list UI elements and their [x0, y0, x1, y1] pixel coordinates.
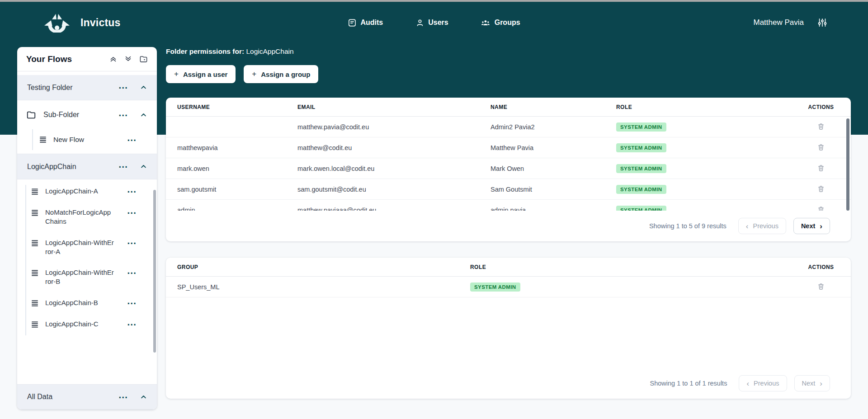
table-row: sam.goutsmit sam.goutsmit@codit.eu Sam G…	[166, 179, 851, 200]
chevron-up-icon[interactable]	[140, 84, 147, 91]
table-row: SP_Users_ML SYSTEM ADMIN	[166, 277, 851, 297]
results-summary: Showing 1 to 1 of 1 results	[650, 380, 727, 387]
sidebar-item-flow[interactable]: LogicAppChain-WithError-A ⋯	[17, 235, 157, 259]
sidebar-toolbar	[109, 55, 148, 63]
brand[interactable]: Invictus	[43, 13, 121, 33]
plus-icon: +	[174, 70, 179, 79]
col-actions: ACTIONS	[804, 104, 851, 110]
add-folder-icon[interactable]	[139, 55, 148, 63]
flow-label: LogicAppChain-B	[45, 298, 114, 307]
settings-sliders-icon[interactable]	[817, 18, 827, 28]
cell-role: SYSTEM ADMIN	[616, 185, 804, 194]
role-badge: SYSTEM ADMIN	[616, 206, 666, 211]
nav-label: Audits	[360, 19, 383, 27]
page-title-value: LogicAppChain	[246, 47, 293, 55]
more-options-icon[interactable]: ⋯	[118, 392, 128, 402]
cell-email: matthew@codit.eu	[297, 144, 491, 151]
delete-icon[interactable]	[817, 164, 825, 172]
more-options-icon[interactable]: ⋯	[127, 238, 137, 248]
more-options-icon[interactable]: ⋯	[118, 83, 128, 92]
app-screen: Invictus Audits User	[0, 0, 868, 419]
more-options-icon[interactable]: ⋯	[118, 110, 128, 120]
more-options-icon[interactable]: ⋯	[127, 187, 137, 196]
flow-icon	[31, 320, 39, 329]
more-options-icon[interactable]: ⋯	[127, 320, 137, 329]
chevron-up-icon[interactable]	[140, 163, 147, 170]
next-button[interactable]: Next ›	[794, 375, 830, 391]
your-flows-sidebar: Your Flows	[17, 47, 157, 410]
folder-label: LogicAppChain	[27, 163, 76, 171]
flow-icon	[31, 188, 39, 196]
nav-item-users[interactable]: Users	[415, 19, 448, 27]
sidebar-item-new-flow[interactable]: New Flow ⋯	[17, 128, 157, 151]
chevron-up-icon[interactable]	[140, 394, 147, 400]
groups-icon	[481, 19, 491, 27]
flow-label: LogicAppChain-WithError-A	[45, 238, 114, 257]
table-row: mark.owen mark.owen.local@codit.eu Mark …	[166, 158, 851, 179]
previous-label: Previous	[753, 222, 778, 230]
sidebar-item-all-data[interactable]: All Data ⋯	[17, 384, 157, 410]
current-user-name[interactable]: Matthew Pavia	[754, 18, 804, 27]
more-options-icon[interactable]: ⋯	[118, 162, 128, 171]
delete-icon[interactable]	[817, 206, 825, 211]
brand-name: Invictus	[80, 17, 121, 29]
cell-role: SYSTEM ADMIN	[616, 206, 804, 211]
assign-user-button[interactable]: + Assign a user	[166, 65, 236, 83]
sidebar-item-logicappchain[interactable]: LogicAppChain ⋯	[17, 154, 157, 179]
previous-button[interactable]: ‹ Previous	[738, 218, 786, 234]
assign-actions: + Assign a user + Assign a group	[166, 65, 851, 83]
chevron-left-icon: ‹	[746, 380, 749, 387]
chevron-up-icon[interactable]	[140, 112, 147, 118]
sidebar-scrollbar[interactable]	[153, 190, 156, 353]
delete-icon[interactable]	[817, 122, 825, 130]
cell-actions	[804, 282, 851, 292]
cell-email: matthew.paviaaa@codit.eu	[297, 207, 491, 211]
sidebar-item-sub-folder[interactable]: Sub-Folder ⋯	[17, 103, 157, 127]
cell-role: SYSTEM ADMIN	[616, 164, 804, 173]
empty-space	[166, 297, 851, 368]
expand-all-icon[interactable]	[124, 55, 132, 63]
assign-group-button[interactable]: + Assign a group	[244, 65, 318, 83]
nav-item-audits[interactable]: Audits	[348, 19, 383, 27]
delete-icon[interactable]	[817, 282, 825, 290]
more-options-icon[interactable]: ⋯	[127, 298, 137, 308]
col-actions: ACTIONS	[804, 264, 851, 270]
previous-button[interactable]: ‹ Previous	[739, 375, 787, 391]
more-options-icon[interactable]: ⋯	[127, 135, 137, 145]
collapse-all-icon[interactable]	[109, 55, 117, 63]
sidebar-item-flow[interactable]: LogicAppChain-C ⋯	[17, 317, 157, 332]
cell-username: mark.owen	[166, 165, 297, 172]
col-name: NAME	[491, 104, 616, 110]
delete-icon[interactable]	[817, 143, 825, 151]
delete-icon[interactable]	[817, 185, 825, 193]
nav-item-groups[interactable]: Groups	[481, 19, 520, 27]
sidebar-item-flow[interactable]: LogicAppChain-WithError-B ⋯	[17, 265, 157, 289]
sidebar-item-flow[interactable]: NoMatchForLogicAppChains ⋯	[17, 205, 157, 229]
sidebar-header: Your Flows	[17, 47, 157, 71]
role-badge: SYSTEM ADMIN	[616, 143, 666, 152]
header-right: Matthew Pavia	[754, 18, 828, 28]
table-row: matthewpavia matthew@codit.eu Matthew Pa…	[166, 137, 851, 158]
groups-pagination: Showing 1 to 1 of 1 results ‹ Previous N…	[166, 368, 851, 399]
role-badge: SYSTEM ADMIN	[616, 185, 666, 194]
logicappchain-children: LogicAppChain-A ⋯ NoMatchForLogicAppChai…	[17, 179, 157, 340]
users-table-scrollbar[interactable]	[846, 118, 849, 211]
sidebar-item-flow[interactable]: LogicAppChain-B ⋯	[17, 296, 157, 311]
cell-actions	[804, 185, 851, 194]
flow-icon	[31, 299, 39, 307]
cell-role: SYSTEM ADMIN	[616, 143, 804, 152]
flow-icon	[31, 209, 39, 217]
results-summary: Showing 1 to 5 of 9 results	[649, 222, 726, 230]
sidebar-item-flow[interactable]: LogicAppChain-A ⋯	[17, 184, 157, 199]
cell-group: SP_Users_ML	[166, 283, 470, 291]
more-options-icon[interactable]: ⋯	[127, 208, 137, 217]
users-table-body: matthew.pavia@codit.eu Admin2 Pavia2 SYS…	[166, 117, 851, 211]
sidebar-item-testing-folder[interactable]: Testing Folder ⋯	[17, 75, 157, 100]
more-options-icon[interactable]: ⋯	[127, 268, 137, 278]
groups-table-body: SP_Users_ML SYSTEM ADMIN	[166, 277, 851, 297]
users-pagination: Showing 1 to 5 of 9 results ‹ Previous N…	[166, 211, 851, 241]
group-permissions-card: GROUP ROLE ACTIONS SP_Users_ML SYSTEM AD…	[166, 258, 851, 399]
sub-folder-children: New Flow ⋯	[17, 128, 157, 151]
col-group: GROUP	[166, 264, 470, 270]
next-button[interactable]: Next ›	[793, 218, 830, 234]
